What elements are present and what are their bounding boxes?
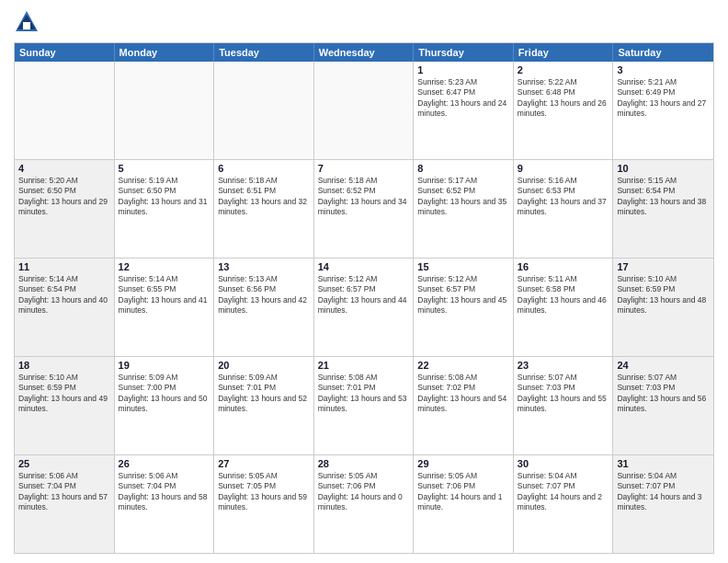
cell-info: Sunrise: 5:22 AMSunset: 6:48 PMDaylight:…	[518, 77, 609, 120]
calendar-cell-25: 25Sunrise: 5:06 AMSunset: 7:04 PMDayligh…	[15, 455, 115, 553]
calendar-cell-5: 5Sunrise: 5:19 AMSunset: 6:50 PMDaylight…	[115, 160, 215, 258]
day-number: 10	[617, 163, 710, 174]
cell-info: Sunrise: 5:18 AMSunset: 6:52 PMDaylight:…	[318, 176, 410, 218]
calendar-cell-30: 30Sunrise: 5:04 AMSunset: 7:07 PMDayligh…	[514, 455, 614, 553]
header-day-wednesday: Wednesday	[314, 43, 415, 62]
cell-info: Sunrise: 5:18 AMSunset: 6:51 PMDaylight:…	[218, 176, 310, 218]
calendar-cell-23: 23Sunrise: 5:07 AMSunset: 7:03 PMDayligh…	[514, 357, 614, 454]
day-number: 3	[617, 64, 710, 75]
cell-info: Sunrise: 5:14 AMSunset: 6:54 PMDaylight:…	[18, 274, 110, 316]
day-number: 22	[417, 360, 509, 371]
calendar-cell-19: 19Sunrise: 5:09 AMSunset: 7:00 PMDayligh…	[115, 357, 215, 454]
cell-info: Sunrise: 5:12 AMSunset: 6:57 PMDaylight:…	[417, 274, 509, 316]
calendar-row-4: 25Sunrise: 5:06 AMSunset: 7:04 PMDayligh…	[15, 454, 713, 553]
cell-info: Sunrise: 5:16 AMSunset: 6:53 PMDaylight:…	[518, 176, 609, 218]
cell-info: Sunrise: 5:05 AMSunset: 7:06 PMDaylight:…	[417, 471, 509, 513]
day-number: 4	[18, 163, 110, 174]
day-number: 5	[119, 163, 210, 174]
cell-info: Sunrise: 5:08 AMSunset: 7:01 PMDaylight:…	[318, 373, 410, 415]
cell-info: Sunrise: 5:07 AMSunset: 7:03 PMDaylight:…	[617, 373, 710, 415]
calendar-cell-27: 27Sunrise: 5:05 AMSunset: 7:05 PMDayligh…	[214, 455, 314, 553]
calendar-cell-empty-0-1	[115, 62, 215, 159]
cell-info: Sunrise: 5:09 AMSunset: 7:00 PMDaylight:…	[119, 373, 210, 415]
calendar-cell-4: 4Sunrise: 5:20 AMSunset: 6:50 PMDaylight…	[15, 160, 115, 258]
day-number: 16	[518, 261, 609, 272]
cell-info: Sunrise: 5:21 AMSunset: 6:49 PMDaylight:…	[617, 77, 710, 120]
calendar-cell-3: 3Sunrise: 5:21 AMSunset: 6:49 PMDaylight…	[613, 62, 713, 159]
day-number: 12	[119, 261, 210, 272]
calendar-cell-8: 8Sunrise: 5:17 AMSunset: 6:52 PMDaylight…	[414, 160, 514, 258]
calendar-row-1: 4Sunrise: 5:20 AMSunset: 6:50 PMDaylight…	[15, 159, 713, 258]
day-number: 18	[18, 360, 110, 371]
day-number: 8	[417, 163, 509, 174]
day-number: 1	[417, 64, 509, 75]
calendar-cell-20: 20Sunrise: 5:09 AMSunset: 7:01 PMDayligh…	[214, 357, 314, 454]
cell-info: Sunrise: 5:05 AMSunset: 7:05 PMDaylight:…	[218, 471, 310, 513]
calendar-cell-2: 2Sunrise: 5:22 AMSunset: 6:48 PMDaylight…	[514, 62, 614, 159]
calendar-body: 1Sunrise: 5:23 AMSunset: 6:47 PMDaylight…	[15, 62, 713, 553]
calendar-cell-17: 17Sunrise: 5:10 AMSunset: 6:59 PMDayligh…	[613, 259, 713, 356]
calendar-cell-16: 16Sunrise: 5:11 AMSunset: 6:58 PMDayligh…	[514, 259, 614, 356]
cell-info: Sunrise: 5:12 AMSunset: 6:57 PMDaylight:…	[318, 274, 410, 316]
header-day-tuesday: Tuesday	[214, 43, 314, 62]
cell-info: Sunrise: 5:10 AMSunset: 6:59 PMDaylight:…	[18, 373, 110, 415]
day-number: 13	[218, 261, 310, 272]
calendar-cell-24: 24Sunrise: 5:07 AMSunset: 7:03 PMDayligh…	[613, 357, 713, 454]
calendar-cell-9: 9Sunrise: 5:16 AMSunset: 6:53 PMDaylight…	[514, 160, 614, 258]
day-number: 20	[218, 360, 310, 371]
cell-info: Sunrise: 5:15 AMSunset: 6:54 PMDaylight:…	[617, 176, 710, 218]
calendar-cell-6: 6Sunrise: 5:18 AMSunset: 6:51 PMDaylight…	[214, 160, 314, 258]
page: SundayMondayTuesdayWednesdayThursdayFrid…	[0, 0, 728, 563]
logo	[14, 9, 43, 35]
day-number: 14	[318, 261, 410, 272]
cell-info: Sunrise: 5:19 AMSunset: 6:50 PMDaylight:…	[119, 176, 210, 218]
calendar-cell-empty-0-3	[314, 62, 415, 159]
day-number: 15	[417, 261, 509, 272]
header-day-friday: Friday	[514, 43, 614, 62]
svg-rect-2	[23, 22, 30, 29]
header-day-saturday: Saturday	[613, 43, 713, 62]
header-day-monday: Monday	[115, 43, 215, 62]
calendar-cell-7: 7Sunrise: 5:18 AMSunset: 6:52 PMDaylight…	[314, 160, 415, 258]
cell-info: Sunrise: 5:11 AMSunset: 6:58 PMDaylight:…	[518, 274, 609, 316]
day-number: 6	[218, 163, 310, 174]
cell-info: Sunrise: 5:20 AMSunset: 6:50 PMDaylight:…	[18, 176, 110, 218]
calendar-row-0: 1Sunrise: 5:23 AMSunset: 6:47 PMDaylight…	[15, 62, 713, 159]
day-number: 28	[318, 458, 410, 469]
day-number: 21	[318, 360, 410, 371]
cell-info: Sunrise: 5:08 AMSunset: 7:02 PMDaylight:…	[417, 373, 509, 415]
cell-info: Sunrise: 5:09 AMSunset: 7:01 PMDaylight:…	[218, 373, 310, 415]
day-number: 19	[119, 360, 210, 371]
day-number: 23	[518, 360, 609, 371]
cell-info: Sunrise: 5:04 AMSunset: 7:07 PMDaylight:…	[518, 471, 609, 513]
header-day-sunday: Sunday	[15, 43, 115, 62]
cell-info: Sunrise: 5:06 AMSunset: 7:04 PMDaylight:…	[18, 471, 110, 513]
logo-icon	[14, 9, 40, 35]
cell-info: Sunrise: 5:14 AMSunset: 6:55 PMDaylight:…	[119, 274, 210, 316]
calendar-cell-28: 28Sunrise: 5:05 AMSunset: 7:06 PMDayligh…	[314, 455, 415, 553]
cell-info: Sunrise: 5:17 AMSunset: 6:52 PMDaylight:…	[417, 176, 509, 218]
cell-info: Sunrise: 5:13 AMSunset: 6:56 PMDaylight:…	[218, 274, 310, 316]
calendar-cell-26: 26Sunrise: 5:06 AMSunset: 7:04 PMDayligh…	[115, 455, 215, 553]
day-number: 30	[518, 458, 609, 469]
day-number: 24	[617, 360, 710, 371]
cell-info: Sunrise: 5:23 AMSunset: 6:47 PMDaylight:…	[417, 77, 509, 120]
cell-info: Sunrise: 5:04 AMSunset: 7:07 PMDaylight:…	[617, 471, 710, 513]
day-number: 17	[617, 261, 710, 272]
cell-info: Sunrise: 5:05 AMSunset: 7:06 PMDaylight:…	[318, 471, 410, 513]
calendar-cell-11: 11Sunrise: 5:14 AMSunset: 6:54 PMDayligh…	[15, 259, 115, 356]
calendar-header: SundayMondayTuesdayWednesdayThursdayFrid…	[15, 43, 713, 62]
day-number: 26	[119, 458, 210, 469]
day-number: 27	[218, 458, 310, 469]
calendar-cell-13: 13Sunrise: 5:13 AMSunset: 6:56 PMDayligh…	[214, 259, 314, 356]
day-number: 25	[18, 458, 110, 469]
calendar: SundayMondayTuesdayWednesdayThursdayFrid…	[14, 42, 714, 554]
header	[14, 9, 714, 35]
calendar-cell-1: 1Sunrise: 5:23 AMSunset: 6:47 PMDaylight…	[414, 62, 514, 159]
calendar-row-2: 11Sunrise: 5:14 AMSunset: 6:54 PMDayligh…	[15, 258, 713, 356]
calendar-cell-empty-0-0	[15, 62, 115, 159]
calendar-row-3: 18Sunrise: 5:10 AMSunset: 6:59 PMDayligh…	[15, 356, 713, 454]
calendar-cell-10: 10Sunrise: 5:15 AMSunset: 6:54 PMDayligh…	[613, 160, 713, 258]
calendar-cell-29: 29Sunrise: 5:05 AMSunset: 7:06 PMDayligh…	[414, 455, 514, 553]
day-number: 31	[617, 458, 710, 469]
